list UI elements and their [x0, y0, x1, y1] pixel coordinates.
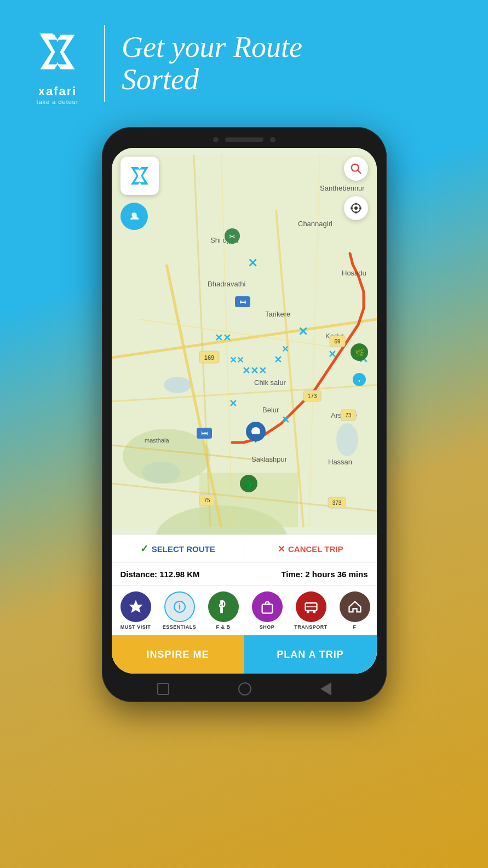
category-transport[interactable]: TRANSPORT — [291, 591, 331, 630]
inspire-me-button[interactable]: INSPIRE ME — [112, 635, 244, 674]
nav-home-circle[interactable] — [238, 682, 251, 695]
distance-label: Distance: 112.98 KM — [120, 570, 244, 579]
svg-text:Channagiri: Channagiri — [298, 220, 332, 228]
logo-section: xafari take a detour — [27, 22, 88, 105]
phone-nav-bar — [112, 676, 377, 702]
search-button[interactable] — [344, 157, 368, 181]
map-background: Santhebennur Channagiri Shi ogga Bhadrav… — [112, 148, 377, 534]
xafari-logo-icon — [33, 27, 82, 77]
map-logo-button[interactable] — [120, 157, 159, 195]
svg-point-5 — [336, 423, 358, 456]
svg-text:i: i — [179, 602, 181, 611]
shop-icon — [252, 591, 283, 622]
weather-icon — [127, 209, 142, 224]
svg-text:Chik  salur: Chik salur — [254, 378, 286, 387]
svg-text:✕: ✕ — [298, 325, 308, 338]
camera-dot2 — [270, 137, 275, 142]
must-visit-icon — [120, 591, 151, 622]
svg-rect-82 — [262, 604, 272, 613]
inspire-me-label: INSPIRE ME — [146, 649, 209, 660]
svg-point-4 — [164, 377, 191, 393]
svg-text:🌿: 🌿 — [354, 348, 364, 358]
phone-wrapper: Santhebennur Channagiri Shi ogga Bhadrav… — [0, 122, 488, 702]
svg-text:75: 75 — [204, 497, 210, 503]
checkmark-icon: ✓ — [140, 543, 148, 555]
star-icon — [128, 599, 143, 614]
phone-top-bar — [112, 137, 377, 142]
select-route-label: SELECT ROUTE — [152, 544, 215, 554]
svg-text:🛏: 🛏 — [201, 429, 208, 437]
category-essentials[interactable]: i ESSENTIALS — [160, 591, 199, 630]
svg-text:🛏: 🛏 — [239, 298, 246, 306]
svg-text:373: 373 — [332, 500, 341, 506]
category-extra[interactable]: F — [335, 591, 375, 630]
extra-icon — [340, 591, 370, 622]
map-area[interactable]: Santhebennur Channagiri Shi ogga Bhadrav… — [112, 148, 377, 534]
select-route-button[interactable]: ✓ SELECT ROUTE — [112, 535, 245, 562]
fb-icon — [208, 591, 239, 622]
map-xafari-logo — [127, 163, 152, 188]
weather-button[interactable] — [120, 203, 148, 230]
cancel-trip-label: CANCEL TRIP — [288, 544, 343, 554]
time-label: Time: 2 hours 36 mins — [244, 570, 368, 579]
transport-icon — [296, 591, 326, 622]
logo-tagline: take a detour — [36, 99, 78, 105]
svg-text:•: • — [358, 378, 360, 384]
tagline-line2: Sorted — [122, 64, 302, 96]
location-button[interactable] — [344, 196, 368, 220]
shopping-bag-icon — [260, 599, 275, 614]
phone-screen: Santhebennur Channagiri Shi ogga Bhadrav… — [112, 148, 377, 674]
logo-box — [27, 22, 88, 82]
x-icon: ✕ — [278, 544, 285, 554]
plan-a-trip-label: PLAN A TRIP — [277, 649, 344, 660]
fb-label: F & B — [216, 624, 231, 630]
svg-text:🌲: 🌲 — [244, 480, 254, 489]
header-divider — [104, 25, 105, 102]
svg-text:✂: ✂ — [229, 232, 236, 241]
nav-back-square[interactable] — [157, 683, 169, 695]
svg-text:Bhadravathi: Bhadravathi — [208, 280, 245, 288]
header-tagline: Get your Route Sorted — [122, 31, 302, 96]
svg-text:✕✕✕: ✕✕✕ — [242, 365, 267, 376]
svg-text:Belur: Belur — [262, 406, 279, 414]
camera-dot — [213, 137, 219, 142]
home-icon — [347, 599, 363, 614]
phone-device: Santhebennur Channagiri Shi ogga Bhadrav… — [102, 127, 387, 702]
plan-a-trip-button[interactable]: PLAN A TRIP — [244, 635, 377, 674]
svg-text:Hosadu: Hosadu — [342, 269, 366, 277]
svg-point-74 — [354, 206, 358, 210]
category-row: MUST VISIT i ESSENTIALS — [112, 586, 377, 635]
distance-info-row: Distance: 112.98 KM Time: 2 hours 36 min… — [112, 563, 377, 586]
svg-text:✕✕: ✕✕ — [229, 355, 244, 365]
bottom-bar: ✓ SELECT ROUTE ✕ CANCEL TRIP Distance: 1… — [112, 534, 377, 674]
svg-marker-79 — [129, 600, 142, 612]
must-visit-label: MUST VISIT — [120, 624, 151, 630]
svg-text:Saklashpur: Saklashpur — [251, 455, 288, 463]
location-icon — [349, 202, 363, 215]
nav-back-triangle[interactable] — [320, 682, 331, 695]
svg-text:✕: ✕ — [248, 256, 257, 270]
svg-text:masthala: masthala — [145, 437, 170, 444]
header-section: xafari take a detour Get your Route Sort… — [0, 0, 488, 122]
svg-text:✕: ✕ — [328, 349, 336, 360]
cta-row: INSPIRE ME PLAN A TRIP — [112, 635, 377, 674]
tagline-line1: Get your Route — [122, 31, 302, 64]
fork-spoon-icon — [216, 599, 231, 614]
svg-text:Tarikere: Tarikere — [265, 310, 290, 318]
category-shop[interactable]: SHOP — [248, 591, 287, 630]
transport-label: TRANSPORT — [294, 624, 328, 630]
svg-text:173: 173 — [307, 393, 317, 399]
svg-text:✕: ✕ — [282, 415, 290, 426]
category-fb[interactable]: F & B — [204, 591, 243, 630]
extra-label: F — [353, 624, 357, 630]
svg-text:✕: ✕ — [229, 398, 237, 409]
cancel-trip-button[interactable]: ✕ CANCEL TRIP — [244, 535, 377, 562]
route-actions: ✓ SELECT ROUTE ✕ CANCEL TRIP — [112, 535, 377, 563]
svg-text:✕✕: ✕✕ — [215, 332, 231, 343]
svg-line-71 — [358, 170, 360, 173]
svg-text:169: 169 — [204, 354, 214, 361]
category-must-visit[interactable]: MUST VISIT — [116, 591, 156, 630]
logo-name: xafari — [38, 84, 77, 99]
search-icon — [350, 163, 362, 175]
svg-text:Santhebennur: Santhebennur — [320, 184, 365, 192]
